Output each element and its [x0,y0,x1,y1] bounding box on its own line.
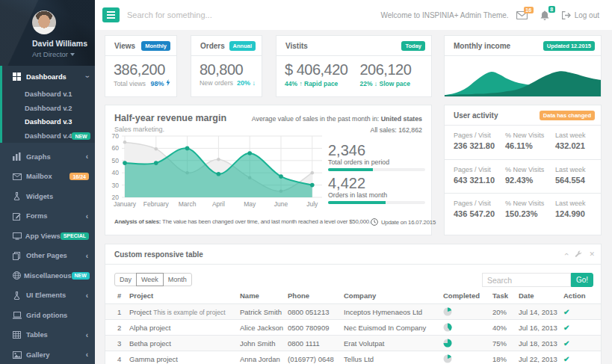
sidebar-item-ui-elements[interactable]: UI Elements‹ [0,286,95,306]
grid-icon [13,73,23,81]
monthly-badge: Monthly [141,41,170,51]
notifications-bell-icon[interactable]: 8 [540,10,549,20]
sign-out-icon [562,11,571,19]
collapse-icon[interactable]: ‹ [563,253,572,256]
last-month-orders-progress [328,201,425,204]
sidebar-item-graphs[interactable]: Graphs‹ [0,146,95,167]
sidebar-item-widgets[interactable]: Widgets [0,186,95,206]
svg-text:60: 60 [112,144,120,152]
welcome-message: Welcome to INSPINIA+ Admin Theme. [381,11,509,19]
vistits-value2: 206,120 [359,61,411,78]
sidebar-item-grid-options[interactable]: Grid options [0,305,95,325]
action-check-icon[interactable]: ✔ [563,324,569,332]
close-icon[interactable]: ✕ [589,250,595,258]
sidebar: David Williams Art Director Dashboards ‹… [0,0,95,364]
col-action: Action [563,288,601,304]
sidebar-item-dashboards[interactable]: Dashboards ‹ [2,66,95,87]
monthly-income-chart [445,56,601,96]
sidebar-item-miscellaneous[interactable]: MiscellaneousNEW [0,265,95,286]
sidebar-item-forms[interactable]: Forms‹ [0,206,95,226]
search-input[interactable] [127,10,262,19]
sidebar-item-dashboard-v1[interactable]: Dashboard v.1 [2,87,95,102]
annual-badge: Annual [229,41,256,51]
envelope-icon [13,173,23,180]
sidebar-item-dashboard-v3[interactable]: Dashboard v.3 [2,115,95,129]
globe-icon [13,271,21,280]
table-search-input[interactable] [482,273,571,287]
go-button[interactable]: Go! [571,273,593,287]
alerts-count-badge: 8 [548,6,555,13]
completed-pie-icon [443,323,488,332]
sidebar-item-mailbox[interactable]: Mailbox16/24 [0,167,95,187]
activity-row: Pages / Visit236 321.80 % New Visits46.1… [445,126,601,160]
activity-row: Pages / Visit436 547.20 % New Visits150.… [445,194,601,228]
image-icon [13,351,23,359]
views-title: Views [114,42,135,50]
main-area: Welcome to INSPINIA+ Admin Theme. 16 8 L… [95,0,612,364]
vistits-col2: 206,120 22% ↓ Slow pace [359,56,411,87]
sidebar-item-dashboard-v2[interactable]: Dashboard v.2 [2,102,95,116]
day-button[interactable]: Day [114,273,137,286]
desktop-icon [13,232,22,240]
files-icon [13,252,23,260]
caret-down-icon [70,53,75,56]
avatar[interactable] [32,10,56,34]
profile-section: David Williams Art Director [0,0,95,66]
action-check-icon[interactable]: ✔ [563,355,569,363]
custom-table-panel: Custom responsive table ‹ ✕ Day Week Mon… [105,244,602,364]
month-button[interactable]: Month [163,273,192,286]
svg-text:April: April [212,200,225,208]
table-row: 2 Alpha project Alice Jackson 0500 78090… [105,320,601,336]
col-date: Date [519,288,563,304]
revenue-footer: Analysis of sales: The value has been ch… [114,218,422,226]
topbar: Welcome to INSPINIA+ Admin Theme. 16 8 L… [95,0,612,30]
new-badge: NEW [72,272,90,280]
views-delta: 98% [150,79,170,87]
revenue-stat2: 4,422 Orders in last month [328,176,427,204]
sidebar-item-tables[interactable]: Tables‹ [0,325,95,345]
edit-icon [13,212,23,220]
last-month-orders-label: Orders in last month [328,192,427,199]
messages-count-badge: 16 [524,7,534,13]
vistits-col1: $ 406,420 44% ↑ Rapid pace [285,56,347,87]
flask-icon [13,291,23,300]
revenue-chart: 203040506070JanuaryFebruaryMarchAprilMay… [111,132,332,211]
col-company: Company [344,288,443,304]
sidebar-item-dashboard-v4[interactable]: Dashboard v.4NEW [2,129,95,144]
week-button[interactable]: Week [136,273,164,286]
svg-text:May: May [244,200,256,208]
logout-button[interactable]: Log out [562,11,599,19]
menu-toggle-button[interactable] [102,7,120,22]
chevron-down-icon: ‹ [83,75,91,78]
last-month-orders-value: 4,422 [328,176,427,191]
chevron-left-icon: ‹ [86,351,88,359]
revenue-panel: Half-year revenue margin Sales marketing… [105,105,432,235]
action-check-icon[interactable]: ✔ [563,308,569,316]
col-completed: Completed [443,288,492,304]
chevron-left-icon: ‹ [86,152,88,161]
svg-text:40: 40 [112,169,120,176]
profile-role-dropdown[interactable]: Art Director [32,50,95,58]
sidebar-item-gallery[interactable]: Gallery‹ [0,345,95,364]
profile-name: David Williams [32,39,95,48]
col-project: Project [129,288,240,304]
clock-icon [371,218,378,226]
orders-delta: 20% ↓ [237,79,256,87]
user-activity-panel: User activityData has changed Pages / Vi… [444,105,602,235]
activity-row: Pages / Visit643 321.10 % New Visits92.4… [445,160,601,194]
orders-value: 80,800 [200,61,262,78]
total-orders-value: 2,346 [328,143,427,158]
sidebar-item-other-pages[interactable]: Other Pages‹ [0,246,95,266]
col-task: Task [492,288,519,304]
action-check-icon[interactable]: ✔ [563,339,569,348]
sidebar-item-app-views[interactable]: App ViewsSPECIAL [0,226,95,246]
orders-widget: OrdersAnnual 80,800 New orders20% ↓ [191,35,262,97]
table-row: 1 Project This is example of project Pat… [105,304,601,320]
views-label: Total views [114,80,146,87]
messages-icon[interactable]: 16 [516,11,528,19]
range-button-group: Day Week Month [114,273,192,286]
chevron-left-icon: ‹ [86,291,88,300]
new-badge: NEW [72,132,90,140]
sidebar-nav: Dashboards ‹ Dashboard v.1 Dashboard v.2… [0,66,95,364]
wrench-icon[interactable] [575,250,582,258]
